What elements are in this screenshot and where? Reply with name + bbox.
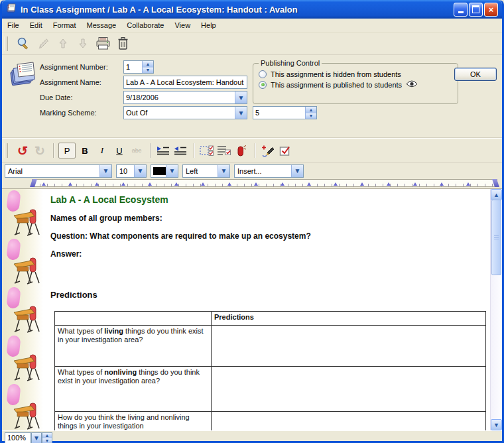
toolbar-grip[interactable] (5, 143, 8, 158)
close-button[interactable]: × (484, 3, 498, 17)
menu-help[interactable]: Help (201, 21, 216, 29)
app-window: In Class Assignment / Lab A - A Local Ec… (0, 0, 504, 443)
document-content[interactable]: Lab A - A Local Ecosystem Names of all g… (43, 189, 491, 430)
table-row: What types of living things do you think… (55, 326, 486, 367)
zoom-stepper[interactable]: ▲▼ (42, 432, 52, 443)
spinner-buttons[interactable]: ▲▼ (42, 433, 52, 443)
spinner-buttons[interactable]: ▲▼ (142, 61, 153, 73)
insert-answer-box-icon[interactable] (199, 143, 215, 158)
hidden-option-row[interactable]: This assignment is hidden from students (259, 70, 452, 78)
chevron-down-icon[interactable]: ▼ (99, 165, 111, 177)
chevron-down-icon[interactable]: ▼ (134, 165, 146, 177)
tab-stop-marker (68, 182, 72, 186)
published-option-row[interactable]: This assignment is published to students (259, 80, 452, 89)
font-toolbar: Arial ▼ 10 ▼ ▼ Left ▼ Insert... ▼ (2, 163, 502, 178)
zoom-icon[interactable] (15, 35, 32, 52)
radio-selected-icon[interactable] (259, 81, 267, 89)
menu-file[interactable]: File (7, 21, 19, 29)
font-color-combo[interactable]: ▼ (151, 164, 178, 178)
document-paragraph: Answer: (50, 249, 82, 259)
chevron-down-icon[interactable]: ▼ (291, 165, 303, 177)
answer-cell[interactable] (212, 412, 486, 431)
radio-unselected-icon[interactable] (259, 70, 267, 78)
document-heading: Lab A - A Local Ecosystem (50, 194, 168, 205)
record-audio-icon[interactable] (233, 143, 249, 158)
scrollbar-thumb[interactable] (491, 200, 501, 275)
header-cell-empty (55, 312, 212, 326)
assignment-name-input[interactable] (124, 78, 247, 86)
due-date-combo[interactable]: 9/18/2006 ▼ (123, 91, 247, 104)
ruler (2, 178, 502, 188)
redo-icon: ↻ (32, 143, 48, 158)
answer-cell[interactable] (212, 367, 486, 412)
toolbar-grip[interactable] (5, 36, 8, 51)
indent-icon[interactable] (155, 143, 171, 158)
insert-answer-lines-icon[interactable] (216, 143, 232, 158)
outdent-icon[interactable] (172, 143, 188, 158)
bold-button[interactable]: B (77, 143, 93, 158)
print-icon[interactable] (94, 35, 111, 52)
assignment-number-stepper[interactable]: 1 ▲▼ (123, 60, 154, 74)
menu-view[interactable]: View (174, 21, 190, 29)
spin-down-icon[interactable]: ▼ (42, 438, 52, 443)
publishing-control-legend: Publishing Control (259, 59, 322, 67)
undo-icon[interactable]: ↺ (15, 143, 31, 158)
menu-edit[interactable]: Edit (30, 21, 42, 29)
ok-button[interactable]: OK (454, 68, 497, 81)
eye-icon (406, 80, 418, 89)
school-desk-icon (13, 306, 42, 336)
right-margin-marker[interactable] (492, 179, 499, 187)
chevron-down-icon[interactable]: ▼ (166, 165, 178, 177)
zoom-dropdown-button[interactable]: ▼ (31, 432, 42, 443)
chevron-down-icon[interactable]: ▼ (32, 433, 41, 443)
margin-strip (2, 189, 43, 430)
ruler-bar[interactable] (32, 179, 497, 187)
minimize-button[interactable] (454, 3, 468, 17)
published-option-label: This assignment is published to students (271, 81, 402, 89)
menu-collaborate[interactable]: Collaborate (127, 21, 164, 29)
spin-up-icon[interactable]: ▲ (42, 433, 52, 438)
font-combo[interactable]: Arial ▼ (5, 164, 112, 178)
insert-combo[interactable]: Insert... ▼ (234, 164, 304, 178)
checkbox-check-icon[interactable] (277, 143, 293, 158)
marking-out-of-stepper[interactable]: 5 ▲▼ (253, 106, 317, 119)
question-bold-text: nonliving (104, 368, 137, 376)
zoom-value-field[interactable]: 100% (5, 432, 31, 443)
delete-icon[interactable] (114, 35, 131, 52)
assignment-name-field[interactable] (123, 76, 247, 89)
chevron-down-icon[interactable]: ▼ (235, 107, 247, 119)
spin-up-icon[interactable]: ▲ (143, 61, 153, 67)
alignment-combo[interactable]: Left ▼ (182, 164, 230, 178)
tab-stop-marker (466, 182, 470, 186)
due-date-value: 9/18/2006 (124, 94, 235, 101)
chevron-down-icon[interactable]: ▼ (218, 165, 229, 177)
maximize-button[interactable] (469, 3, 483, 17)
spin-down-icon[interactable]: ▼ (306, 113, 316, 119)
tab-stop-marker (387, 182, 391, 186)
add-annotation-icon[interactable] (260, 143, 276, 158)
spinner-buttons[interactable]: ▲▼ (305, 107, 316, 119)
italic-button[interactable]: I (94, 143, 110, 158)
table-header-row: Predictions (55, 312, 486, 326)
zoom-control[interactable]: 100% ▼ ▲▼ (5, 432, 52, 443)
vertical-scrollbar[interactable]: ▲ ▼ (490, 189, 502, 430)
tab-stop-marker (413, 182, 417, 186)
chevron-down-icon[interactable]: ▼ (235, 92, 247, 103)
answer-cell[interactable] (212, 326, 486, 367)
paragraph-style-button[interactable]: P (58, 143, 76, 158)
spin-down-icon[interactable]: ▼ (143, 67, 153, 74)
question-cell: What types of living things do you think… (55, 326, 212, 367)
window-title: In Class Assignment / Lab A - A Local Ec… (21, 5, 452, 15)
assignment-stack-icon (9, 60, 37, 91)
menu-format[interactable]: Format (53, 21, 76, 29)
alignment-value: Left (183, 167, 218, 175)
font-size-combo[interactable]: 10 ▼ (116, 164, 147, 178)
scroll-up-icon[interactable]: ▲ (491, 189, 502, 200)
underline-button[interactable]: U (111, 143, 127, 158)
scroll-down-icon[interactable]: ▼ (491, 419, 502, 430)
spin-up-icon[interactable]: ▲ (306, 107, 316, 113)
tab-stop-marker (281, 182, 284, 186)
left-margin-marker[interactable] (30, 179, 37, 187)
marking-scheme-combo[interactable]: Out Of ▼ (123, 106, 247, 119)
menu-message[interactable]: Message (87, 21, 117, 29)
